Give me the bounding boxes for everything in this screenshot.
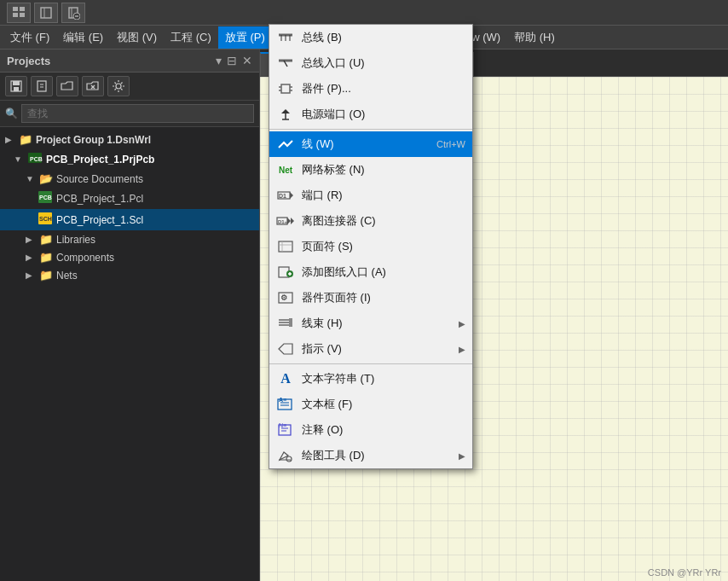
power-icon <box>276 106 295 123</box>
place-menu-sheetentry[interactable]: 页面符 (S) <box>269 234 472 259</box>
pcb-file-label: PCB_Project_1.Pcl <box>56 193 143 205</box>
place-menu-partsymbol[interactable]: ⚙ 器件页面符 (I) <box>269 285 472 311</box>
place-menu: 总线 (B) 总线入口 (U) <box>269 24 473 469</box>
panel-toolbar <box>0 73 259 101</box>
svg-marker-40 <box>290 192 293 199</box>
place-menu-netlabel[interactable]: Net 网络标签 (N) <box>269 157 472 183</box>
panel-controls: ▾ ⊟ ✕ <box>216 54 252 67</box>
tree-item-pcb-file[interactable]: PCB PCB_Project_1.Pcl <box>0 188 259 209</box>
svg-rect-46 <box>279 241 292 252</box>
place-menu-wire[interactable]: 线 (W) Ctrl+W <box>269 131 472 157</box>
power-label: 电源端口 (O) <box>302 107 465 122</box>
place-menu-bus[interactable]: 总线 (B) <box>269 25 472 50</box>
bus-entry-label: 总线入口 (U) <box>302 55 465 71</box>
float-icon[interactable]: ⊟ <box>227 54 237 67</box>
bus-label: 总线 (B) <box>302 30 465 45</box>
directive-icon <box>276 340 295 357</box>
netlabel-label: 网络标签 (N) <box>302 162 465 177</box>
sch-file-icon: SCH <box>38 212 53 228</box>
place-menu-power[interactable]: 电源端口 (O) <box>269 102 472 127</box>
menu-separator-2 <box>269 363 472 364</box>
svg-text:D1»: D1» <box>278 219 288 224</box>
svg-rect-31 <box>281 84 290 93</box>
menu-project[interactable]: 工程 (C) <box>164 26 218 49</box>
place-menu-directive[interactable]: 指示 (V) ▶ <box>269 336 472 362</box>
toolbar-icon-1[interactable] <box>7 3 31 23</box>
sch-file-label: PCB_Project_1.Scl <box>56 214 143 226</box>
svg-rect-58 <box>289 318 292 327</box>
place-menu-harness[interactable]: 线束 (H) ▶ <box>269 311 472 336</box>
harness-icon <box>276 315 295 332</box>
folder-icon: 📁 <box>39 269 53 282</box>
place-menu-drawingtool[interactable]: 绘图工具 (D) ▶ <box>269 443 472 468</box>
tree-item-components[interactable]: ▶ 📁 Components <box>0 248 259 266</box>
place-menu-offpage[interactable]: D1» 离图连接器 (C) <box>269 208 472 234</box>
chevron-icon: ▼ <box>26 174 36 183</box>
place-menu-textframe[interactable]: A≡ 文本框 (F) <box>269 392 472 417</box>
chevron-icon: ▶ <box>26 270 36 280</box>
open-btn[interactable] <box>56 76 78 96</box>
new-btn[interactable] <box>31 76 53 96</box>
panel-title: Projects <box>7 55 50 67</box>
svg-rect-4 <box>41 8 51 18</box>
harness-submenu-arrow: ▶ <box>459 319 465 328</box>
harness-label: 线束 (H) <box>302 316 452 331</box>
save-btn[interactable] <box>5 76 27 96</box>
close-btn[interactable] <box>82 76 104 96</box>
svg-rect-11 <box>13 81 20 85</box>
tree-item-source-docs[interactable]: ▼ 📂 Source Documents <box>0 170 259 188</box>
svg-rect-1 <box>20 7 25 11</box>
menu-place[interactable]: 放置 (P) <box>218 26 272 49</box>
svg-rect-3 <box>20 13 25 17</box>
sheetentry-label: 页面符 (S) <box>302 239 465 254</box>
menu-view[interactable]: 视图 (V) <box>110 26 164 49</box>
tree-item-nets[interactable]: ▶ 📁 Nets <box>0 266 259 284</box>
svg-text:A≡: A≡ <box>279 398 286 403</box>
place-menu-note[interactable]: N≡ 注释 (O) <box>269 417 472 443</box>
directive-submenu-arrow: ▶ <box>459 345 465 354</box>
chevron-icon: ▶ <box>5 135 15 144</box>
menu-file[interactable]: 文件 (F) <box>3 26 56 49</box>
toolbar-icon-3[interactable] <box>61 3 85 23</box>
place-menu-port[interactable]: D1 端口 (R) <box>269 183 472 208</box>
place-menu-part[interactable]: 器件 (P)... <box>269 76 472 102</box>
menu-help[interactable]: 帮助 (H) <box>507 26 562 49</box>
source-docs-label: Source Documents <box>56 173 143 185</box>
wire-shortcut: Ctrl+W <box>436 139 465 149</box>
place-menu-addsheet[interactable]: 添加图纸入口 (A) <box>269 259 472 285</box>
search-input[interactable] <box>21 104 254 123</box>
chevron-icon: ▼ <box>14 154 24 164</box>
menu-edit[interactable]: 编辑 (E) <box>56 26 110 49</box>
components-label: Components <box>56 252 114 264</box>
port-label: 端口 (R) <box>302 188 465 203</box>
pcb-project-label: PCB_Project_1.PrjPcb <box>46 154 154 166</box>
svg-marker-43 <box>287 218 291 224</box>
panel-header: Projects ▾ ⊟ ✕ <box>0 49 259 73</box>
tree-item-pcb-project[interactable]: ▼ PCB PCB_Project_1.PrjPcb <box>0 148 259 170</box>
projects-panel: Projects ▾ ⊟ ✕ <box>0 49 260 581</box>
sheetentry-icon <box>276 238 295 255</box>
textstring-icon: A <box>276 370 295 387</box>
wire-label: 线 (W) <box>302 137 430 152</box>
textstring-label: 文本字符串 (T) <box>302 371 465 386</box>
close-icon[interactable]: ✕ <box>242 54 252 67</box>
settings-btn[interactable] <box>107 76 130 96</box>
place-menu-textstring[interactable]: A 文本字符串 (T) <box>269 366 472 392</box>
place-menu-bus-entry[interactable]: 总线入口 (U) <box>269 50 472 76</box>
svg-marker-59 <box>279 344 292 354</box>
group-icon: 📁 <box>19 133 32 146</box>
part-label: 器件 (P)... <box>302 81 465 96</box>
folder-icon: 📁 <box>39 233 53 246</box>
tree-item-libraries[interactable]: ▶ 📁 Libraries <box>0 230 259 248</box>
tree-item-group[interactable]: ▶ 📁 Project Group 1.DsnWrl <box>0 131 259 148</box>
toolbar-icon-2[interactable] <box>34 3 58 23</box>
textframe-label: 文本框 (F) <box>302 397 465 412</box>
bus-icon <box>276 29 295 46</box>
drawingtool-label: 绘图工具 (D) <box>302 448 452 463</box>
libraries-label: Libraries <box>56 234 95 246</box>
port-icon: D1 <box>276 187 295 204</box>
pin-icon[interactable]: ▾ <box>216 54 222 67</box>
tree-item-sch-file[interactable]: SCH PCB_Project_1.Scl <box>0 209 259 230</box>
netlabel-icon: Net <box>276 161 295 178</box>
drawing-icon <box>276 447 295 464</box>
